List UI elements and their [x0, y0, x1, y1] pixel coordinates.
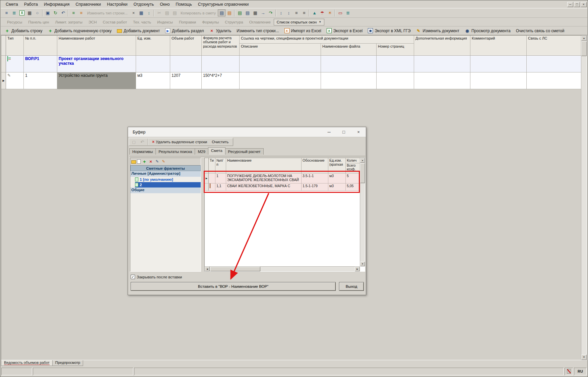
language-indicator[interactable]: RU [574, 368, 587, 375]
buffer-num-cell[interactable]: 1 [215, 173, 226, 183]
insert-subrow-icon[interactable]: ≡ [77, 9, 85, 16]
buffer-column-qty[interactable]: Всего коэф. [346, 163, 360, 173]
print-icon[interactable]: ▦ [251, 9, 259, 16]
copy-icon[interactable]: ▤ [163, 9, 171, 16]
buffer-scroll-down-icon[interactable]: ▼ [360, 262, 365, 266]
sort-descending-icon[interactable]: ↕ [285, 9, 292, 16]
row-unit-cell[interactable]: м3 [136, 72, 170, 89]
table-row[interactable]: ВОР.Р1 Проект организации земельного уча… [1, 56, 587, 72]
fragment-item-selected[interactable]: 2 [135, 182, 201, 187]
dialog-maximize-button[interactable]: □ [336, 127, 351, 137]
buffer-hscrollbar-thumb[interactable] [210, 267, 260, 271]
panel-struktura[interactable]: Структура [222, 19, 246, 25]
buffer-scroll-left-icon[interactable]: ◀ [205, 267, 210, 271]
buffer-num-cell[interactable]: 1,1 [215, 183, 226, 191]
buffer-basis-cell[interactable]: 1.5-1-179 [302, 183, 328, 191]
open-windows-list-button[interactable]: Список открытых окон ▼ [274, 19, 324, 25]
align-lines-icon[interactable]: ≡ [292, 9, 300, 16]
buffer-unit-cell[interactable]: м3 [328, 183, 346, 191]
panel-panel-cen[interactable]: Панель цен [25, 19, 52, 25]
buffer-scroll-up-icon[interactable]: ▲ [360, 158, 365, 163]
dialog-close-button[interactable]: × [351, 127, 366, 137]
table-row[interactable]: ▶ ✎ 1 Устройство насыпи грунта м3 1207 1… [1, 72, 587, 89]
buffer-column-name[interactable]: Наименование [226, 158, 302, 173]
scroll-down-icon[interactable]: ▼ [581, 355, 587, 360]
row-extra-cell[interactable] [414, 56, 470, 72]
panel-oglavlenie[interactable]: Оглавление [246, 19, 274, 25]
menu-otdohnut[interactable]: Отдохнуть [131, 1, 157, 7]
panel-resursy[interactable]: Ресурсы [4, 19, 25, 25]
dialog-undo-icon[interactable]: ↶ [138, 139, 146, 146]
panel-limit-zatraty[interactable]: Лимит. затраты [52, 19, 85, 25]
column-header-ls-link[interactable]: Связь с ЛС [527, 36, 587, 56]
menu-strukturnye-spravochniki[interactable]: Структурные справочники [195, 1, 252, 7]
new-fragment-icon[interactable] [137, 159, 141, 164]
buffer-scrollbar-thumb[interactable] [360, 163, 365, 183]
vertical-scrollbar[interactable]: ▲ ▼ [581, 36, 587, 360]
row-link-file-cell[interactable] [321, 56, 377, 72]
tab-normativy[interactable]: Нормативы [129, 148, 156, 155]
buffer-column-num[interactable]: №п/п [215, 158, 226, 173]
row-selector-cell[interactable] [1, 56, 6, 72]
buffer-vertical-scrollbar[interactable]: ▲ ▼ [360, 158, 365, 266]
add-section-button[interactable]: ▶ Добавить раздел [162, 27, 206, 35]
buffer-name-cell[interactable]: СВАИ ЖЕЛЕЗОБЕТОННЫЕ, МАРКА С [226, 183, 302, 191]
row-num-cell[interactable]: 1 [24, 72, 57, 89]
row-comment-cell[interactable] [470, 56, 527, 72]
layers-icon[interactable]: ≣ [344, 9, 352, 16]
sort-ascending-icon[interactable]: ↕ [277, 9, 285, 16]
menu-okno[interactable]: Окно [157, 1, 173, 7]
exit-button[interactable]: Выход [339, 282, 364, 291]
buffer-qty-cell[interactable]: 5,05 [346, 183, 360, 191]
paste-icon[interactable]: ▤ [171, 9, 179, 16]
structure-expand-icon[interactable]: ≣ [10, 9, 18, 16]
column-header-link-file[interactable]: Наименование файла [321, 44, 377, 56]
structure-collapse-icon[interactable]: ≡ [3, 9, 10, 16]
row-formula-cell[interactable]: 150*4*2+7 [202, 72, 240, 89]
export-excel-button[interactable]: X Экспорт в Excel [324, 27, 365, 35]
clear-estimate-link-button[interactable]: Очистить связь со сметой [513, 27, 567, 35]
menu-rabota[interactable]: Работа [21, 1, 41, 7]
row-type-cell[interactable]: ✎ [6, 72, 24, 89]
row-extra-cell[interactable] [414, 72, 470, 89]
edit-fragment-icon[interactable]: ✎ [154, 159, 160, 164]
excel-report-icon[interactable]: X [18, 9, 26, 16]
tab-preview[interactable]: Предпросмотр [52, 360, 83, 366]
row-type-cell[interactable] [6, 56, 24, 72]
row-comment-cell[interactable] [470, 72, 527, 89]
copy-page-icon[interactable]: ▤ [218, 9, 225, 16]
menu-informacia[interactable]: Информация [41, 1, 73, 7]
refresh-icon[interactable]: ↻ [52, 9, 59, 16]
new-folder-icon[interactable] [131, 160, 136, 164]
delete-fragment-icon[interactable]: × [148, 159, 153, 164]
tab-m29[interactable]: М29 [195, 148, 208, 155]
undo-icon[interactable]: ↶ [59, 9, 67, 16]
brush-icon[interactable]: ✎ [161, 159, 166, 164]
buffer-type-cell[interactable] [209, 183, 215, 191]
column-header-volume[interactable]: Объем работ [170, 36, 202, 56]
report-icon[interactable]: ▦ [26, 9, 34, 16]
buffer-horizontal-scrollbar[interactable]: ◀ ▶ [205, 266, 360, 271]
edit-document-button[interactable]: ✎ Изменить документ [413, 27, 462, 35]
panel-esn[interactable]: ЭСН [85, 19, 100, 25]
row-ls-cell[interactable] [527, 56, 587, 72]
clear-button[interactable]: Очистить [210, 139, 231, 145]
stop-icon[interactable]: ▢ [130, 139, 138, 146]
umbrella-icon[interactable]: ☂ [318, 9, 326, 16]
buffer-unit-cell[interactable]: м3 [328, 173, 346, 183]
buffer-type-cell[interactable] [209, 173, 215, 183]
cut-icon[interactable]: ✂ [155, 9, 163, 16]
insert-into-vor-button[interactable]: Вставить в "ВОР - Наименование ВОР" [131, 282, 336, 291]
eraser-icon[interactable]: ▭ [336, 9, 344, 16]
delete-selected-rows-button[interactable]: × Удалить выделенные строки [150, 139, 209, 145]
minimize-button[interactable]: ─ [567, 2, 573, 7]
column-fit-icon[interactable]: ↕ [145, 9, 153, 16]
close-after-insert-row[interactable]: ✓ Закрывать после вставки [131, 275, 182, 279]
panel-indeksy[interactable]: Индексы [154, 19, 176, 25]
tab-search-results[interactable]: Результаты поиска [155, 148, 195, 155]
row-unit-cell[interactable] [136, 56, 170, 72]
close-row-icon[interactable]: × [130, 9, 137, 16]
outdent-icon[interactable]: ↷ [267, 9, 274, 16]
column-header-name[interactable]: Наименование работ [57, 36, 136, 56]
export-xml-button[interactable]: ▦ Экспорт в XML ГГЭ [365, 27, 413, 35]
